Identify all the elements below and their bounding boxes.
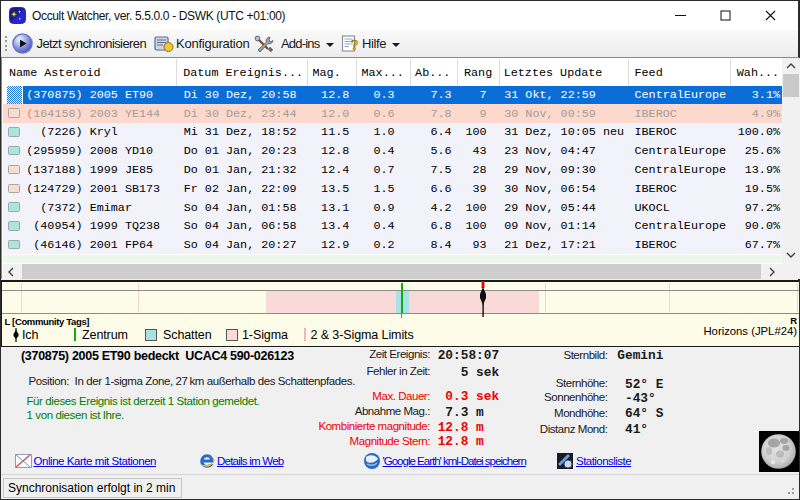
svg-text:?: ? — [351, 37, 359, 53]
